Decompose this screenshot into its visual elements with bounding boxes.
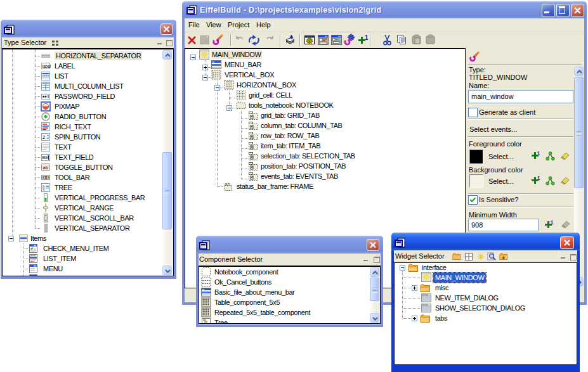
- svg-text:1: 1: [537, 176, 540, 181]
- svg-text:ab: ab: [43, 165, 48, 170]
- svg-text:2: 2: [42, 134, 46, 140]
- svg-text:1: 1: [365, 35, 368, 41]
- svg-text:label: label: [42, 64, 51, 68]
- svg-text:BE: BE: [42, 155, 49, 160]
- svg-text:1: 1: [551, 220, 554, 226]
- svg-text:1: 1: [537, 151, 540, 157]
